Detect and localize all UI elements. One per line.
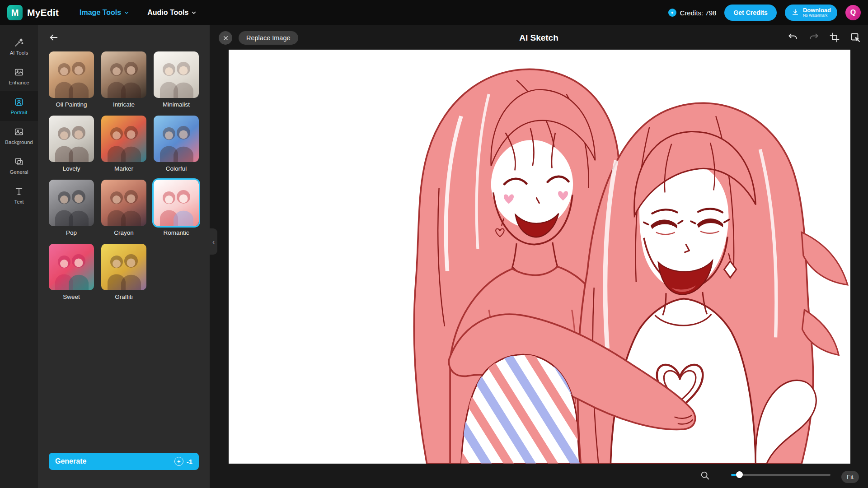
nav-image-tools-label: Image Tools — [80, 9, 121, 17]
style-thumb[interactable] — [101, 180, 146, 226]
style-option-sweet[interactable]: Sweet — [49, 244, 94, 300]
sidebar: AI Tools Enhance Portrait Background Gen… — [0, 25, 38, 488]
style-thumb[interactable] — [154, 180, 199, 226]
style-option-pop[interactable]: Pop — [49, 180, 94, 236]
logo[interactable]: M MyEdit — [0, 5, 59, 20]
nav-image-tools[interactable]: Image Tools — [80, 9, 129, 17]
sidebar-label: Text — [14, 199, 23, 204]
people-silhouette-icon — [49, 51, 94, 98]
sidebar-label: Portrait — [10, 110, 27, 115]
credits-label: Credits: 798 — [680, 9, 717, 17]
style-thumb[interactable] — [101, 51, 146, 98]
sidebar-item-portrait[interactable]: Portrait — [0, 91, 38, 121]
image-canvas[interactable] — [229, 50, 850, 464]
sidebar-item-general[interactable]: General — [0, 151, 38, 181]
style-label: Lovely — [62, 165, 80, 172]
sidebar-label: Enhance — [9, 80, 29, 85]
style-option-minimalist[interactable]: Minimalist — [154, 51, 199, 108]
nav-audio-tools[interactable]: Audio Tools — [147, 9, 197, 17]
style-option-graffiti[interactable]: Graffiti — [101, 244, 146, 300]
back-button[interactable] — [49, 33, 61, 44]
style-thumb[interactable] — [154, 116, 199, 162]
people-silhouette-icon — [101, 244, 146, 290]
style-label: Intricate — [113, 101, 135, 108]
pen-edit-icon — [850, 32, 861, 43]
style-label: Minimalist — [163, 101, 190, 108]
undo-icon — [788, 32, 798, 43]
close-icon — [223, 35, 229, 41]
sidebar-item-background[interactable]: Background — [0, 121, 38, 151]
panel-collapse-handle[interactable]: ‹ — [210, 228, 217, 255]
download-icon — [791, 9, 799, 17]
download-labels: Download No Watermark — [803, 7, 831, 18]
people-silhouette-icon — [154, 116, 199, 162]
style-thumb[interactable] — [101, 116, 146, 162]
people-silhouette-icon — [49, 180, 94, 226]
panel-header — [38, 25, 210, 47]
top-bar: M MyEdit Image Tools Audio Tools ✦ Credi… — [0, 0, 868, 25]
enhance-photo-icon — [14, 67, 24, 77]
style-option-romantic[interactable]: Romantic — [154, 180, 199, 236]
overlap-squares-icon — [14, 157, 24, 167]
style-thumb[interactable] — [49, 51, 94, 98]
sidebar-item-ai-tools[interactable]: AI Tools — [0, 32, 38, 61]
download-label: Download — [803, 7, 831, 14]
sidebar-item-enhance[interactable]: Enhance — [0, 61, 38, 91]
generate-cost-value: -1 — [187, 458, 192, 465]
crop-button[interactable] — [828, 31, 841, 44]
style-label: Colorful — [166, 165, 187, 172]
zoom-slider-track[interactable] — [731, 474, 830, 476]
get-credits-button[interactable]: Get Credits — [724, 5, 776, 21]
generate-button[interactable]: Generate ✦ -1 — [49, 453, 199, 470]
undo-button[interactable] — [786, 31, 800, 44]
style-thumb[interactable] — [154, 51, 199, 98]
sidebar-item-text[interactable]: Text — [0, 181, 38, 210]
style-label: Oil Painting — [56, 101, 87, 108]
back-arrow-icon — [49, 33, 59, 42]
people-silhouette-icon — [49, 116, 94, 162]
styles-grid: Oil Painting Intricate Minimalist Lovely — [38, 47, 210, 305]
style-option-oil-painting[interactable]: Oil Painting — [49, 51, 94, 108]
app: M MyEdit Image Tools Audio Tools ✦ Credi… — [0, 0, 868, 488]
styles-panel: Oil Painting Intricate Minimalist Lovely — [38, 25, 210, 488]
sketch-edit-button[interactable] — [849, 31, 862, 44]
close-button[interactable] — [219, 31, 232, 45]
style-thumb[interactable] — [49, 180, 94, 226]
sidebar-label: AI Tools — [10, 50, 28, 56]
style-option-lovely[interactable]: Lovely — [49, 116, 94, 172]
download-sublabel: No Watermark — [803, 14, 831, 18]
style-option-marker[interactable]: Marker — [101, 116, 146, 172]
nav-audio-tools-label: Audio Tools — [147, 9, 188, 17]
zoom-slider-handle[interactable] — [736, 471, 743, 478]
style-thumb[interactable] — [49, 116, 94, 162]
workspace: Replace Image AI Sketch — [210, 25, 868, 488]
sidebar-label: Background — [5, 139, 33, 145]
sketch-illustration — [229, 50, 850, 464]
canvas-toolbar — [786, 31, 862, 44]
style-thumb[interactable] — [101, 244, 146, 290]
background-photo-icon — [14, 127, 24, 137]
top-right-cluster: ✦ Credits: 798 Get Credits Download No W… — [668, 5, 868, 21]
text-icon — [14, 186, 24, 196]
zoom-slider[interactable] — [731, 471, 830, 478]
people-silhouette-icon — [49, 244, 94, 290]
fit-button[interactable]: Fit — [841, 471, 859, 483]
fit-label: Fit — [847, 474, 854, 480]
avatar[interactable]: Q — [845, 5, 861, 20]
redo-button[interactable] — [807, 31, 821, 44]
replace-image-button[interactable]: Replace Image — [239, 31, 298, 45]
portrait-icon — [14, 97, 24, 107]
style-thumb[interactable] — [49, 244, 94, 290]
generate-label: Generate — [55, 457, 86, 465]
credits-icon: ✦ — [668, 9, 676, 17]
generate-cost: ✦ -1 — [174, 457, 192, 466]
zoom-search-button[interactable] — [700, 470, 712, 482]
style-label: Graffiti — [115, 293, 133, 300]
replace-image-label: Replace Image — [246, 34, 291, 42]
style-option-crayon[interactable]: Crayon — [101, 180, 146, 236]
download-button[interactable]: Download No Watermark — [785, 5, 837, 21]
style-option-colorful[interactable]: Colorful — [154, 116, 199, 172]
credits-display[interactable]: ✦ Credits: 798 — [668, 9, 717, 17]
sidebar-label: General — [10, 169, 28, 175]
style-option-intricate[interactable]: Intricate — [101, 51, 146, 108]
